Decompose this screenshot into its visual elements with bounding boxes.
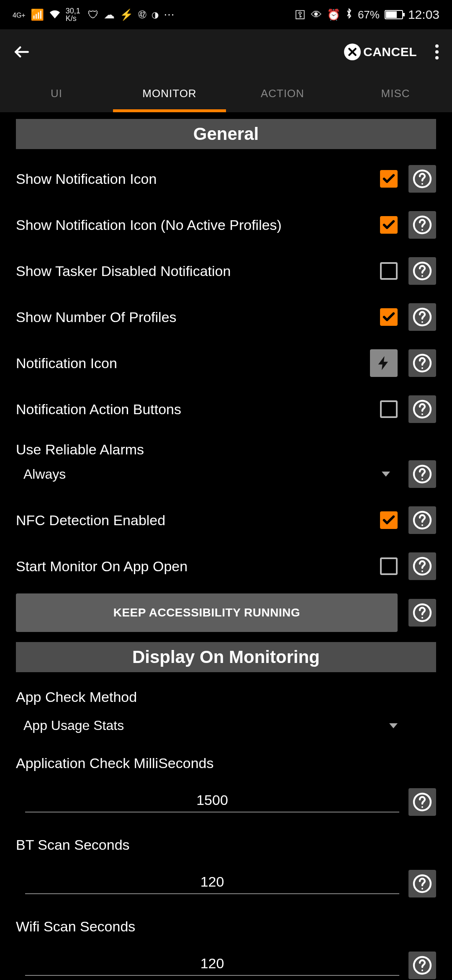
- tab-ui[interactable]: UI: [0, 75, 113, 112]
- help-notif-action-buttons[interactable]: [408, 395, 436, 423]
- dropdown-reliable-alarms[interactable]: Always: [16, 460, 436, 497]
- circle-67-icon: ㊷: [138, 10, 146, 20]
- row-reliable-alarms: Use Reliable Alarms: [16, 432, 436, 460]
- checkbox-show-notif-icon-noactive[interactable]: [380, 216, 398, 234]
- tab-monitor[interactable]: MONITOR: [113, 75, 226, 112]
- cancel-button[interactable]: CANCEL: [336, 39, 425, 65]
- svg-point-3: [421, 229, 423, 231]
- label-show-notif-icon: Show Notification Icon: [16, 171, 380, 187]
- label-app-check-ms: Application Check MilliSeconds: [16, 751, 436, 776]
- help-start-monitor-open[interactable]: [408, 552, 436, 580]
- help-show-notif-icon-noactive[interactable]: [408, 211, 436, 239]
- help-wifi-scan[interactable]: [408, 952, 436, 979]
- help-nfc-detection[interactable]: [408, 506, 436, 534]
- label-show-num-profiles: Show Number Of Profiles: [16, 309, 380, 325]
- svg-point-15: [421, 524, 423, 526]
- row-start-monitor-open: Start Monitor On App Open: [16, 543, 436, 589]
- flash-icon: ⚡: [120, 8, 133, 21]
- checkbox-notif-action-buttons[interactable]: [380, 400, 398, 418]
- label-notif-icon: Notification Icon: [16, 355, 370, 371]
- svg-point-23: [421, 888, 423, 890]
- row-notif-action-buttons: Notification Action Buttons: [16, 386, 436, 432]
- dropdown-app-check-method[interactable]: App Usage Stats: [16, 709, 436, 743]
- svg-point-5: [421, 275, 423, 277]
- label-show-notif-icon-noactive: Show Notification Icon (No Active Profil…: [16, 217, 380, 233]
- svg-point-7: [421, 321, 423, 323]
- row-show-num-profiles: Show Number Of Profiles: [16, 294, 436, 340]
- keep-accessibility-button[interactable]: KEEP ACCESSIBILITY RUNNING: [16, 593, 398, 632]
- wifi-icon: [49, 8, 61, 21]
- section-general-header: General: [16, 119, 436, 149]
- chevron-down-icon: [382, 472, 390, 477]
- svg-point-21: [421, 806, 423, 808]
- help-bt-scan[interactable]: [408, 870, 436, 897]
- more-icon: ⋯: [164, 8, 175, 21]
- back-button[interactable]: [9, 39, 34, 64]
- label-wifi-scan: Wifi Scan Seconds: [16, 914, 436, 939]
- svg-point-17: [421, 570, 423, 572]
- help-show-num-profiles[interactable]: [408, 303, 436, 331]
- dropdown-app-check-method-value: App Usage Stats: [23, 718, 124, 733]
- tab-bar: UI MONITOR ACTION MISC: [0, 75, 452, 112]
- label-notif-action-buttons: Notification Action Buttons: [16, 401, 380, 418]
- label-start-monitor-open: Start Monitor On App Open: [16, 558, 380, 575]
- section-display-on-header: Display On Monitoring: [16, 642, 436, 672]
- close-icon: [344, 44, 361, 60]
- help-show-notif-icon[interactable]: [408, 165, 436, 193]
- row-wifi-scan: 120: [16, 952, 436, 979]
- eye-icon: 👁: [311, 8, 322, 21]
- tab-misc[interactable]: MISC: [339, 75, 452, 112]
- label-app-check-method: App Check Method: [16, 679, 436, 709]
- row-show-notif-icon: Show Notification Icon: [16, 156, 436, 202]
- svg-point-1: [421, 183, 423, 185]
- app-bar: CANCEL: [0, 29, 452, 75]
- input-wifi-scan[interactable]: 120: [25, 955, 399, 976]
- overflow-menu-button[interactable]: [435, 44, 439, 59]
- row-bt-scan: 120: [16, 870, 436, 897]
- dropdown-reliable-alarms-value: Always: [23, 467, 66, 482]
- input-app-check-ms[interactable]: 1500: [25, 792, 399, 812]
- svg-point-11: [421, 413, 423, 415]
- tab-action[interactable]: ACTION: [226, 75, 339, 112]
- signal-icon: 📶: [31, 8, 44, 21]
- settings-scroll[interactable]: General Show Notification Icon Show Noti…: [0, 112, 452, 980]
- row-notif-icon: Notification Icon: [16, 340, 436, 386]
- help-notif-icon[interactable]: [408, 349, 436, 377]
- help-show-tasker-disabled[interactable]: [408, 257, 436, 285]
- row-keep-accessibility: KEEP ACCESSIBILITY RUNNING: [16, 593, 436, 632]
- help-keep-accessibility[interactable]: [408, 599, 436, 627]
- key-icon: ⚿: [295, 8, 306, 21]
- circle-icon2: ◑: [152, 10, 159, 20]
- net-speed: 30,1 K/s: [66, 7, 80, 22]
- input-bt-scan[interactable]: 120: [25, 874, 399, 894]
- shield-icon: 🛡: [88, 8, 99, 21]
- status-bar: 4G+ 📶 30,1 K/s 🛡 ☁ ⚡ ㊷ ◑ ⋯ ⚿ 👁 ⏰ 67% 12:…: [0, 0, 452, 29]
- clock: 12:03: [408, 8, 439, 22]
- status-left: 4G+ 📶 30,1 K/s 🛡 ☁ ⚡ ㊷ ◑ ⋯: [13, 7, 175, 22]
- row-show-tasker-disabled: Show Tasker Disabled Notification: [16, 248, 436, 294]
- row-nfc-detection: NFC Detection Enabled: [16, 497, 436, 543]
- label-show-tasker-disabled: Show Tasker Disabled Notification: [16, 263, 380, 279]
- help-reliable-alarms[interactable]: [408, 460, 436, 488]
- svg-point-25: [421, 970, 423, 971]
- battery-pct: 67%: [358, 8, 380, 21]
- label-reliable-alarms: Use Reliable Alarms: [16, 441, 436, 458]
- checkbox-show-notif-icon[interactable]: [380, 170, 398, 188]
- alarm-icon: ⏰: [327, 8, 340, 21]
- checkbox-start-monitor-open[interactable]: [380, 557, 398, 575]
- cloud-icon: ☁: [104, 8, 115, 21]
- row-show-notif-icon-noactive: Show Notification Icon (No Active Profil…: [16, 202, 436, 248]
- checkbox-show-num-profiles[interactable]: [380, 308, 398, 326]
- net-type: 4G+: [13, 7, 26, 19]
- label-bt-scan: BT Scan Seconds: [16, 833, 436, 857]
- row-app-check-ms: 1500: [16, 788, 436, 816]
- checkbox-nfc-detection[interactable]: [380, 511, 398, 529]
- notif-icon-picker[interactable]: [370, 349, 398, 377]
- checkbox-show-tasker-disabled[interactable]: [380, 262, 398, 280]
- svg-point-13: [421, 478, 423, 480]
- svg-point-19: [421, 617, 423, 619]
- chevron-down-icon: [389, 723, 398, 728]
- label-nfc-detection: NFC Detection Enabled: [16, 512, 380, 529]
- status-right: ⚿ 👁 ⏰ 67% 12:03: [295, 8, 439, 22]
- help-app-check-ms[interactable]: [408, 788, 436, 816]
